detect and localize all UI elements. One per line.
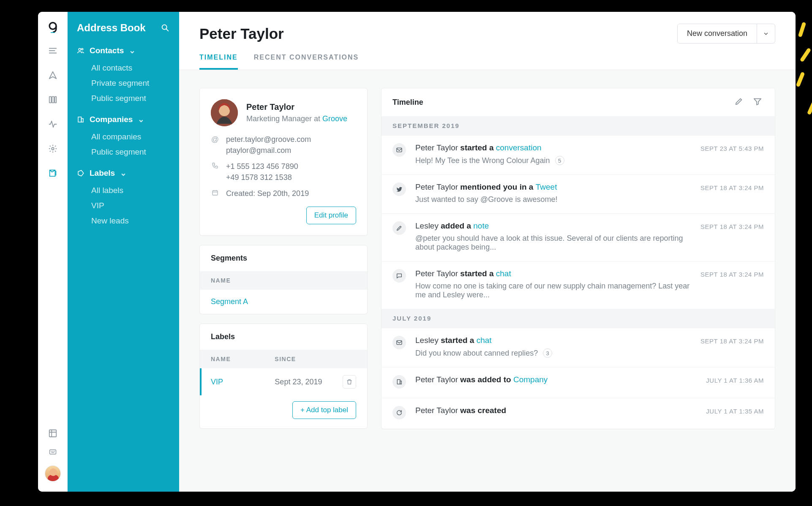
timeline-event[interactable]: Peter Taylor started a chatHow come no o… bbox=[381, 261, 775, 309]
event-timestamp: JULY 1 AT 1:36 AM bbox=[706, 375, 764, 389]
sidebar-item[interactable]: VIP bbox=[68, 198, 179, 213]
svg-rect-4 bbox=[54, 97, 56, 103]
label-since: Sept 23, 2019 bbox=[275, 378, 343, 386]
event-detail: How come no one is taking care of our ne… bbox=[415, 282, 691, 299]
sidebar: Address Book Contacts ⌄ All contacts Pri… bbox=[68, 12, 179, 492]
segments-card: Segments NAME Segment A bbox=[199, 245, 368, 314]
gear-icon[interactable] bbox=[48, 144, 58, 154]
svg-rect-15 bbox=[213, 191, 218, 196]
timeline-card: Timeline SEPTEMBER 2019Peter Taylor star… bbox=[381, 88, 775, 429]
grid-icon[interactable] bbox=[48, 428, 58, 438]
activity-icon[interactable] bbox=[48, 119, 58, 129]
tag-icon bbox=[77, 169, 84, 177]
at-icon: @ bbox=[211, 134, 219, 156]
event-link[interactable]: Tweet bbox=[536, 182, 557, 191]
sidebar-item[interactable]: Private segment bbox=[68, 76, 179, 91]
filter-icon[interactable] bbox=[753, 97, 764, 108]
contact-role: Marketing Manager at Groove bbox=[246, 114, 347, 123]
app-logo[interactable] bbox=[47, 21, 59, 33]
event-summary: Peter Taylor mentioned you in a Tweet bbox=[415, 182, 691, 192]
col-name: NAME bbox=[211, 356, 275, 362]
edit-profile-button[interactable]: Edit profile bbox=[306, 207, 356, 224]
timeline-event[interactable]: Peter Taylor was createdJULY 1 AT 1:35 A… bbox=[381, 398, 775, 429]
tab-recent-conversations[interactable]: Recent Conversations bbox=[254, 54, 359, 70]
event-summary: Lesley added a note bbox=[415, 221, 691, 231]
timeline-title: Timeline bbox=[392, 98, 727, 107]
event-timestamp: SEPT 23 AT 5:43 PM bbox=[700, 143, 764, 165]
segment-row[interactable]: Segment A bbox=[200, 290, 367, 314]
event-timestamp: SEPT 18 AT 3:24 PM bbox=[700, 336, 764, 358]
svg-rect-11 bbox=[78, 117, 82, 122]
svg-point-0 bbox=[49, 23, 56, 30]
sidebar-item[interactable]: All labels bbox=[68, 183, 179, 198]
mail-icon bbox=[392, 336, 406, 349]
edit-icon[interactable] bbox=[734, 97, 745, 108]
timeline-event[interactable]: Peter Taylor was added to CompanyJULY 1 … bbox=[381, 367, 775, 398]
svg-rect-17 bbox=[397, 340, 402, 344]
sidebar-companies-items: All companies Public segment bbox=[68, 127, 179, 166]
timeline-event[interactable]: Peter Taylor mentioned you in a TweetJus… bbox=[381, 174, 775, 213]
sidebar-item[interactable]: New leads bbox=[68, 213, 179, 229]
count-badge: 5 bbox=[555, 156, 564, 165]
event-link[interactable]: note bbox=[473, 221, 489, 230]
menu-icon[interactable] bbox=[48, 46, 58, 56]
sidebar-item[interactable]: Public segment bbox=[68, 91, 179, 106]
event-summary: Peter Taylor started a conversation bbox=[415, 143, 691, 152]
phone-icon bbox=[211, 161, 219, 183]
event-timestamp: SEPT 18 AT 3:24 PM bbox=[700, 182, 764, 204]
event-summary: Peter Taylor was added to Company bbox=[415, 375, 697, 384]
add-label-button[interactable]: + Add top label bbox=[292, 401, 356, 419]
contact-phones: +1 555 123 456 7890 +49 1578 312 1538 bbox=[226, 161, 298, 183]
new-conversation-button[interactable]: New conversation bbox=[678, 24, 757, 43]
sidebar-item[interactable]: All contacts bbox=[68, 60, 179, 76]
timeline-event[interactable]: Lesley started a chatDid you know about … bbox=[381, 328, 775, 367]
chevron-down-icon: ⌄ bbox=[138, 114, 144, 124]
new-conversation-group: New conversation bbox=[677, 24, 775, 44]
sidebar-item[interactable]: Public segment bbox=[68, 144, 179, 160]
event-timestamp: SEPT 18 AT 3:24 PM bbox=[700, 221, 764, 252]
sidebar-item[interactable]: All companies bbox=[68, 129, 179, 144]
svg-point-9 bbox=[79, 48, 81, 50]
event-detail: @peter you should have a look at this is… bbox=[415, 234, 691, 252]
twitter-icon bbox=[392, 182, 406, 196]
event-timestamp: SEPT 18 AT 3:24 PM bbox=[700, 269, 764, 299]
svg-rect-12 bbox=[82, 118, 84, 122]
chevron-down-icon: ⌄ bbox=[129, 46, 136, 55]
label-name[interactable]: VIP bbox=[211, 378, 275, 386]
company-link[interactable]: Groove bbox=[322, 114, 347, 123]
svg-rect-1 bbox=[50, 32, 55, 33]
event-summary: Peter Taylor was created bbox=[415, 406, 697, 415]
new-conversation-dropdown[interactable] bbox=[757, 24, 775, 43]
event-link[interactable]: conversation bbox=[496, 143, 542, 152]
event-link[interactable]: Company bbox=[513, 375, 548, 384]
page-title: Peter Taylor bbox=[199, 25, 677, 42]
event-summary: Peter Taylor started a chat bbox=[415, 269, 691, 278]
label-row[interactable]: VIP Sept 23, 2019 bbox=[200, 368, 367, 395]
timeline-event[interactable]: Lesley added a note@peter you should hav… bbox=[381, 213, 775, 261]
svg-point-5 bbox=[52, 147, 54, 150]
svg-rect-19 bbox=[400, 381, 401, 384]
event-link[interactable]: chat bbox=[496, 269, 511, 278]
sidebar-section-contacts[interactable]: Contacts ⌄ bbox=[68, 43, 179, 58]
user-avatar[interactable] bbox=[45, 465, 61, 482]
refresh-icon bbox=[392, 406, 406, 419]
send-icon[interactable] bbox=[48, 70, 58, 80]
keyboard-icon[interactable] bbox=[48, 447, 58, 457]
svg-rect-16 bbox=[397, 148, 402, 152]
search-icon[interactable] bbox=[161, 23, 170, 33]
sidebar-labels-items: All labels VIP New leads bbox=[68, 180, 179, 234]
library-icon[interactable] bbox=[48, 95, 58, 105]
sidebar-section-label: Labels bbox=[90, 169, 115, 178]
event-timestamp: JULY 1 AT 1:35 AM bbox=[706, 406, 764, 419]
event-link[interactable]: chat bbox=[477, 336, 492, 345]
event-detail: Just wanted to say @Groove is awesome! bbox=[415, 195, 691, 204]
company-icon bbox=[392, 375, 406, 389]
tab-timeline[interactable]: Timeline bbox=[199, 54, 238, 70]
delete-label-button[interactable] bbox=[343, 375, 356, 389]
timeline-event[interactable]: Peter Taylor started a conversationHelp!… bbox=[381, 135, 775, 174]
address-book-icon[interactable] bbox=[48, 168, 58, 178]
chat-icon bbox=[392, 269, 406, 283]
contact-name: Peter Taylor bbox=[246, 102, 347, 112]
sidebar-section-labels[interactable]: Labels ⌄ bbox=[68, 166, 179, 180]
sidebar-section-companies[interactable]: Companies ⌄ bbox=[68, 112, 179, 127]
